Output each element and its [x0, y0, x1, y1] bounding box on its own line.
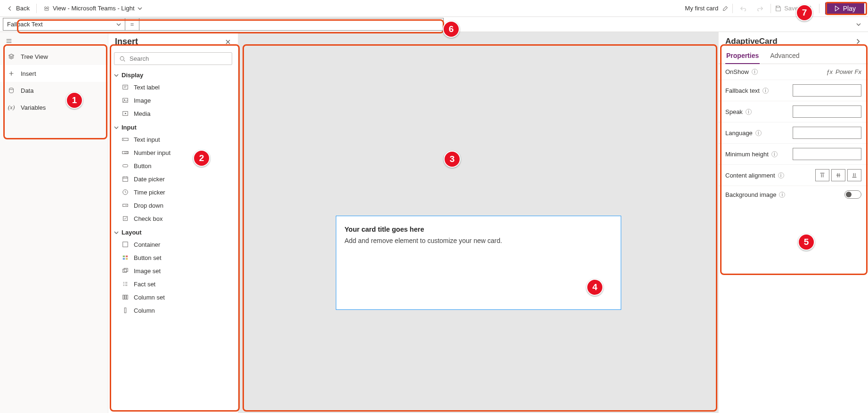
item-image[interactable]: Image [114, 94, 238, 107]
tab-advanced[interactable]: Advanced [769, 48, 800, 64]
property-select[interactable]: Fallback Text [3, 18, 125, 31]
item-column-set[interactable]: Column set [114, 291, 238, 304]
onshow-value[interactable]: ƒx Power Fx [826, 68, 861, 75]
item-fact-set[interactable]: Fact set [114, 277, 238, 291]
teams-icon [43, 5, 50, 12]
item-label: Image set [134, 267, 161, 275]
align-bottom-button[interactable] [847, 169, 861, 181]
info-icon[interactable]: i [752, 69, 758, 75]
align-middle-button[interactable] [831, 169, 845, 181]
prop-language-label: Language [725, 130, 753, 137]
info-icon[interactable]: i [779, 192, 785, 198]
insert-search-input[interactable] [130, 55, 227, 62]
item-button-set[interactable]: Button set [114, 251, 238, 264]
onshow-fx-label: Power Fx [836, 68, 861, 75]
rail-item-label: Tree View [21, 53, 48, 60]
media-icon [122, 110, 129, 117]
svg-rect-17 [123, 242, 128, 247]
variable-icon: (x) [8, 104, 15, 111]
code-braces-button[interactable] [802, 2, 815, 15]
card-name-label: My first card [685, 5, 718, 12]
svg-rect-27 [124, 308, 126, 313]
svg-rect-26 [127, 295, 128, 300]
item-container[interactable]: Container [114, 238, 238, 251]
view-label: View - Microsoft Teams - Light [53, 5, 135, 12]
fallback-text-input[interactable] [793, 84, 861, 97]
formula-input[interactable] [139, 18, 444, 31]
item-check-box[interactable]: Check box [114, 212, 238, 225]
item-label: Time picker [134, 189, 165, 196]
item-label: Image [134, 97, 151, 104]
speak-input[interactable] [793, 105, 861, 118]
redo-button[interactable] [754, 2, 767, 15]
svg-rect-24 [123, 295, 124, 300]
close-insert-panel[interactable] [225, 39, 231, 45]
info-icon[interactable]: i [771, 151, 778, 157]
edit-name-button[interactable] [722, 5, 729, 12]
prop-onshow-label: OnShow [725, 68, 749, 75]
card-body-text: Add and remove element to customize your… [345, 237, 612, 244]
svg-rect-2 [45, 8, 49, 10]
category-display[interactable]: Display [108, 68, 238, 81]
insert-search[interactable] [114, 52, 232, 65]
info-icon[interactable]: i [763, 88, 769, 94]
item-date-picker[interactable]: Date picker [114, 172, 238, 186]
item-image-set[interactable]: Image set [114, 264, 238, 277]
container-icon [122, 241, 129, 248]
rail-data[interactable]: Data [0, 82, 108, 99]
divider [819, 4, 819, 13]
align-top-button[interactable] [815, 169, 829, 181]
search-icon [119, 56, 126, 62]
info-icon[interactable]: i [746, 109, 752, 115]
card-preview[interactable]: Your card title goes here Add and remove… [336, 216, 621, 310]
info-icon[interactable]: i [755, 130, 762, 136]
rail-item-label: Data [21, 87, 33, 94]
min-height-input[interactable] [793, 148, 861, 160]
play-button[interactable]: Play [825, 2, 864, 15]
save-button[interactable]: Save [775, 5, 798, 12]
language-input[interactable] [793, 127, 861, 139]
checkbox-icon [122, 215, 129, 222]
bgimage-toggle[interactable] [844, 190, 861, 199]
info-icon[interactable]: i [778, 172, 784, 178]
category-input[interactable]: Input [108, 120, 238, 133]
property-select-label: Fallback Text [7, 21, 43, 28]
prop-contentalign-label: Content alignment [725, 172, 775, 179]
svg-point-1 [47, 7, 49, 8]
item-text-label[interactable]: Text label [114, 81, 238, 94]
divider [36, 4, 37, 13]
category-layout[interactable]: Layout [108, 225, 238, 238]
svg-rect-13 [123, 177, 128, 182]
item-text-input[interactable]: Text input [114, 133, 238, 146]
prop-minheight-label: Minimum height [725, 151, 769, 158]
prop-fallback-label: Fallback text [725, 87, 760, 94]
item-label: Fact set [134, 281, 155, 288]
back-button[interactable]: Back [4, 3, 32, 14]
item-label: Check box [134, 215, 162, 222]
chevron-down-icon [138, 6, 142, 11]
undo-button[interactable] [737, 2, 750, 15]
item-column[interactable]: Column [114, 304, 238, 317]
formula-expand-button[interactable] [852, 18, 865, 31]
chevron-down-icon [116, 22, 121, 27]
canvas[interactable]: Your card title goes here Add and remove… [238, 32, 718, 413]
chevron-right-icon[interactable] [855, 38, 861, 45]
item-button[interactable]: Button [114, 159, 238, 172]
item-time-picker[interactable]: Time picker [114, 186, 238, 199]
view-selector[interactable]: View - Microsoft Teams - Light [41, 3, 145, 14]
rail-insert[interactable]: Insert [0, 65, 108, 82]
item-drop-down[interactable]: Drop down [114, 199, 238, 212]
svg-rect-25 [125, 295, 126, 300]
item-label: Button set [134, 254, 162, 261]
formula-equals[interactable]: = [125, 18, 139, 31]
item-label: Drop down [134, 202, 163, 209]
insert-panel-title: Insert [115, 37, 138, 47]
rail-tree-view[interactable]: Tree View [0, 48, 108, 65]
hamburger-button[interactable] [0, 34, 108, 48]
item-number-input[interactable]: 123 Number input [114, 146, 238, 159]
item-media[interactable]: Media [114, 107, 238, 120]
rail-variables[interactable]: (x) Variables [0, 99, 108, 116]
svg-rect-20 [123, 258, 125, 260]
tab-properties[interactable]: Properties [725, 48, 760, 64]
svg-text:123: 123 [124, 151, 128, 154]
